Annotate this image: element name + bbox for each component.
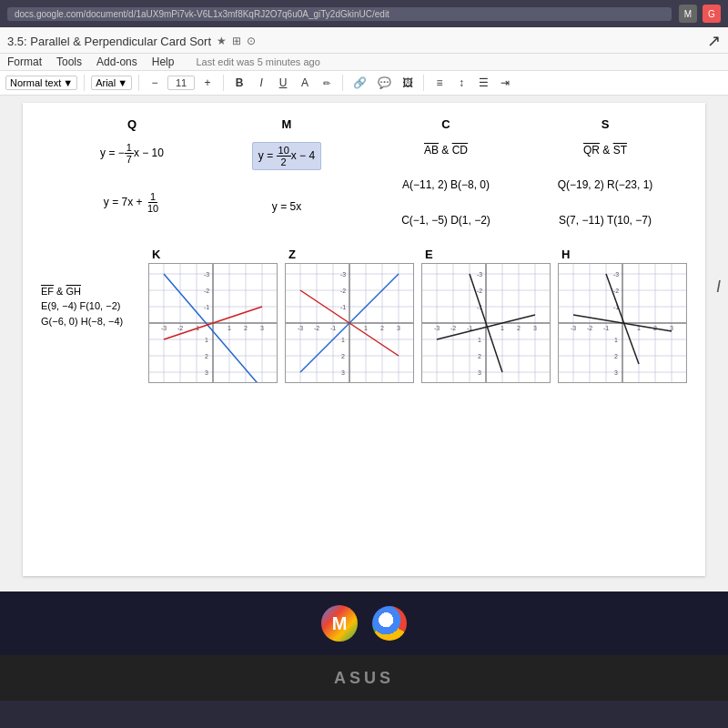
- divider-2: [138, 75, 139, 91]
- indent-button[interactable]: ⇥: [496, 76, 514, 90]
- chrome-icon[interactable]: [372, 606, 407, 641]
- highlight-button[interactable]: ✏: [318, 77, 336, 89]
- eq-q-1: y = −17x − 10: [50, 142, 214, 165]
- font-select[interactable]: Arial ▼: [91, 76, 132, 90]
- equations-row: y = −17x − 10 y = 7x + 110 y = 102x − 4: [50, 142, 687, 229]
- menu-help[interactable]: Help: [152, 56, 175, 68]
- eq-s-1: QR & ST: [532, 142, 678, 159]
- eq-m-2: y = 5x: [214, 198, 359, 216]
- divider-4: [342, 75, 343, 91]
- divider-1: [84, 75, 85, 91]
- graph-z-wrapper: Z: [285, 248, 414, 383]
- font-size-input[interactable]: 11: [167, 76, 195, 90]
- url-bar[interactable]: docs.google.com/document/d/1aUX9mPi7vk-V…: [7, 7, 672, 21]
- browser-icon-2[interactable]: G: [703, 5, 721, 23]
- equation-cell-q: y = −17x − 10 y = 7x + 110: [50, 142, 214, 215]
- underline-button[interactable]: U: [274, 76, 292, 90]
- bold-button[interactable]: B: [230, 76, 248, 90]
- headers-row: Q M C S: [50, 117, 687, 131]
- eq-q-2: y = 7x + 110: [50, 191, 214, 214]
- font-size-plus[interactable]: +: [198, 76, 217, 90]
- divider-3: [223, 75, 224, 91]
- graph-e-wrapper: E: [421, 248, 551, 383]
- eq-m-1: y = 102x − 4: [214, 142, 359, 170]
- graph-col-h: H: [561, 248, 570, 261]
- brand-label: ASUS: [334, 669, 394, 688]
- taskbar: M: [0, 592, 728, 655]
- graph-label-cell: EF & GH E(9, −4) F(10, −2) G(−6, 0) H(−8…: [41, 248, 141, 329]
- graph-k-wrapper: K: [148, 248, 278, 383]
- graph-h-wrapper: H: [558, 248, 687, 383]
- toolbar: Normal text ▼ Arial ▼ − 11 + B I U A ✏ 🔗…: [0, 71, 728, 96]
- col-header-s: S: [532, 117, 678, 131]
- equation-cell-c: AB & CD A(−11, 2) B(−8, 0) C(−1, −5) D(1…: [359, 142, 532, 229]
- browser-icons: M G: [679, 5, 721, 23]
- browser-icon-1[interactable]: M: [679, 5, 697, 23]
- eq-c-1: AB & CD: [359, 142, 532, 159]
- eq-s-2: Q(−19, 2) R(−23, 1): [532, 177, 678, 194]
- gmail-icon[interactable]: M: [321, 605, 358, 642]
- scroll-cursor: I: [716, 278, 721, 297]
- trending-icon: ↗: [707, 31, 721, 51]
- graph-label-line1: EF & GH: [41, 284, 141, 299]
- col-header-m: M: [214, 117, 359, 131]
- overline-ab: AB: [424, 144, 439, 157]
- col-header-c: C: [359, 117, 532, 131]
- menu-addons[interactable]: Add-ons: [96, 56, 137, 68]
- menu-format[interactable]: Format: [7, 56, 42, 68]
- divider-5: [423, 75, 424, 91]
- overline-st: ST: [613, 144, 627, 157]
- page-content: Q M C S y = −17x − 10 y = 7x + 110: [23, 103, 705, 576]
- font-dropdown-icon: ▼: [117, 77, 127, 88]
- text-style-label: Normal text: [10, 77, 61, 88]
- star-icon[interactable]: ★: [217, 35, 227, 47]
- line-spacing-button[interactable]: ↕: [452, 76, 470, 90]
- col-header-q: Q: [50, 117, 214, 131]
- last-edit-status: Last edit was 5 minutes ago: [196, 56, 319, 67]
- laptop-base: ASUS: [0, 655, 728, 701]
- equation-cell-s: QR & ST Q(−19, 2) R(−23, 1) S(7, −11) T(…: [532, 142, 678, 229]
- font-label: Arial: [96, 77, 116, 88]
- style-dropdown-icon: ▼: [63, 77, 73, 88]
- link-button[interactable]: 🔗: [349, 76, 370, 90]
- menu-tools[interactable]: Tools: [56, 56, 82, 68]
- eq-c-3: C(−1, −5) D(1, −2): [359, 212, 532, 229]
- overline-qr: QR: [583, 144, 600, 157]
- graph-label-line2: E(9, −4) F(10, −2): [41, 298, 141, 314]
- graph-col-e: E: [425, 248, 433, 261]
- browser-chrome: docs.google.com/document/d/1aUX9mPi7vk-V…: [0, 0, 728, 27]
- font-size-minus[interactable]: −: [146, 76, 164, 90]
- graphs-row: EF & GH E(9, −4) F(10, −2) G(−6, 0) H(−8…: [41, 248, 687, 383]
- overline-cd: CD: [452, 144, 468, 157]
- eq-m-highlighted: y = 102x − 4: [252, 142, 321, 170]
- graph-e: [421, 263, 551, 383]
- font-color-button[interactable]: A: [296, 76, 314, 90]
- graph-col-k: K: [152, 248, 160, 261]
- equation-cell-m: y = 102x − 4 y = 5x: [214, 142, 359, 217]
- graph-z: [285, 263, 414, 383]
- list-button[interactable]: ☰: [474, 76, 492, 90]
- text-style-select[interactable]: Normal text ▼: [5, 76, 77, 90]
- eq-c-2: A(−11, 2) B(−8, 0): [359, 177, 532, 194]
- image-button[interactable]: 🖼: [399, 76, 417, 90]
- graph-col-z: Z: [288, 248, 296, 261]
- comment-button[interactable]: 💬: [374, 76, 395, 90]
- eq-s-3: S(7, −11) T(10, −7): [532, 212, 678, 229]
- graph-label-line3: G(−6, 0) H(−8, −4): [41, 314, 141, 329]
- grid-icon[interactable]: ⊞: [232, 35, 241, 47]
- menu-bar: Format Tools Add-ons Help Last edit was …: [0, 54, 728, 71]
- align-button[interactable]: ≡: [430, 76, 449, 90]
- graph-k: [148, 263, 278, 383]
- italic-button[interactable]: I: [252, 76, 270, 90]
- title-bar: 3.5: Parallel & Perpendicular Card Sort …: [0, 27, 728, 54]
- card-sort-area: Q M C S y = −17x − 10 y = 7x + 110: [41, 117, 687, 383]
- doc-container: 3.5: Parallel & Perpendicular Card Sort …: [0, 27, 728, 592]
- graph-h: [558, 263, 687, 383]
- share-icon[interactable]: ⊙: [247, 35, 256, 47]
- doc-title: 3.5: Parallel & Perpendicular Card Sort: [7, 35, 211, 48]
